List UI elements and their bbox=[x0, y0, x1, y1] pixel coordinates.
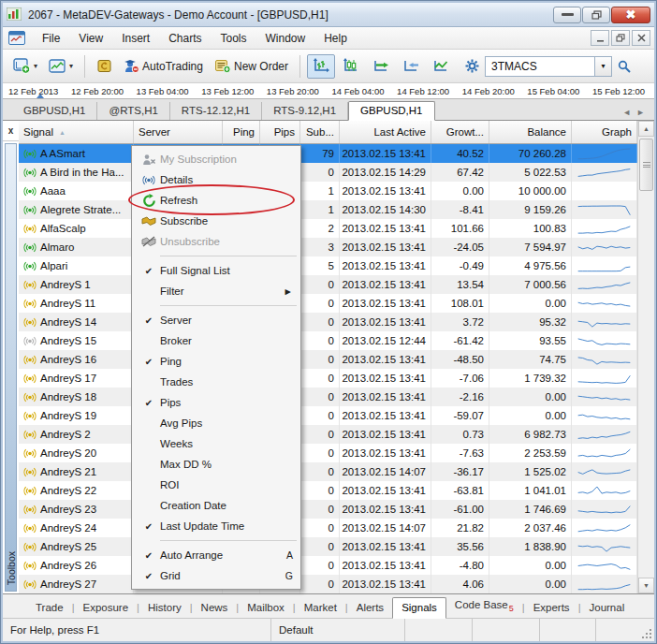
scroll-thumb[interactable] bbox=[639, 139, 653, 191]
context-menu-item-filter[interactable]: Filter► bbox=[132, 281, 300, 301]
history-center-button[interactable] bbox=[92, 54, 117, 79]
context-menu-item-roi[interactable]: ROI bbox=[132, 475, 300, 495]
scroll-down-button[interactable]: ▼ bbox=[638, 578, 654, 593]
table-row[interactable]: A Bird in the Ha...02013.02.15 14:2967.4… bbox=[19, 163, 637, 182]
context-menu-item-avg-pips[interactable]: Avg Pips bbox=[132, 413, 300, 433]
symbol-dropdown-button[interactable]: ▾ bbox=[595, 56, 612, 77]
chart-tab-gbpusd-h1[interactable]: GBPUSD,H1 bbox=[348, 101, 434, 121]
toolbox-tab-journal[interactable]: Journal bbox=[580, 598, 633, 618]
menu-file[interactable]: File bbox=[33, 29, 69, 48]
mdi-minimize-button[interactable] bbox=[591, 30, 609, 46]
close-button[interactable]: ✖ bbox=[611, 7, 650, 23]
context-menu-item-creation-date[interactable]: Creation Date bbox=[132, 495, 300, 516]
column-header-graph[interactable]: Graph bbox=[572, 121, 637, 143]
mdi-close-button[interactable] bbox=[632, 30, 650, 46]
chart-tab-gbpusd-h1[interactable]: GBPUSD,H1 bbox=[12, 102, 97, 120]
profiles-button[interactable]: ▾ bbox=[44, 54, 78, 79]
menu-charts[interactable]: Charts bbox=[159, 29, 211, 48]
tab-scroll-right-icon[interactable]: ► bbox=[636, 108, 645, 117]
table-row[interactable]: Alegrete Strate...12013.02.15 14:30-8.41… bbox=[19, 200, 637, 219]
minimize-button[interactable] bbox=[553, 7, 581, 23]
new-chart-button[interactable]: ▾ bbox=[8, 54, 42, 79]
table-row[interactable]: AndreyS 2202013.02.15 13:41-63.811 041.0… bbox=[19, 481, 637, 500]
chart-tab--rts-h1[interactable]: @RTS,H1 bbox=[97, 102, 169, 120]
toolbox-tab-trade[interactable]: Trade bbox=[27, 598, 72, 618]
table-row[interactable]: AndreyS 1602013.02.15 13:41-48.5074.75 bbox=[19, 350, 637, 369]
search-button[interactable] bbox=[612, 54, 636, 79]
table-row[interactable]: AndreyS 1702013.02.15 13:41-7.061 739.32 bbox=[19, 369, 637, 388]
auto-scroll-button[interactable] bbox=[397, 54, 425, 79]
resize-grip-icon[interactable] bbox=[639, 619, 654, 641]
menu-tools[interactable]: Tools bbox=[212, 29, 256, 48]
column-header-growth[interactable]: Growt... bbox=[431, 121, 489, 143]
context-menu-item-trades[interactable]: Trades bbox=[132, 372, 300, 392]
table-row[interactable]: AndreyS 1102013.02.15 13:41108.010.00 bbox=[19, 294, 637, 313]
column-header-sub[interactable]: Sub... bbox=[300, 121, 340, 143]
context-menu-item-ping[interactable]: ✔Ping bbox=[132, 351, 300, 372]
menu-help[interactable]: Help bbox=[314, 29, 357, 48]
table-row[interactable]: AndreyS 1402013.02.15 13:413.7295.32 bbox=[19, 313, 637, 331]
context-menu-item-auto-arrange[interactable]: ✔Auto ArrangeA bbox=[132, 545, 300, 565]
column-header-ping[interactable]: Ping bbox=[223, 121, 260, 143]
menu-insert[interactable]: Insert bbox=[112, 29, 159, 48]
panel-close-button[interactable]: x bbox=[3, 121, 19, 141]
column-header-signal[interactable]: Signal▲ bbox=[19, 121, 134, 143]
column-header-pips[interactable]: Pips bbox=[260, 121, 300, 143]
table-row[interactable]: AndreyS 1802013.02.15 13:41-2.160.00 bbox=[19, 388, 637, 406]
table-row[interactable]: Aaaa12013.02.15 13:410.0010 000.00 bbox=[19, 182, 637, 200]
toolbox-tab-alerts[interactable]: Alerts bbox=[348, 598, 392, 618]
table-row[interactable]: AndreyS 2002013.02.15 13:41-7.632 253.59 bbox=[19, 444, 637, 462]
mdi-restore-button[interactable] bbox=[611, 30, 630, 46]
table-row[interactable]: AlfaScalp22013.02.15 13:41101.66100.83 bbox=[19, 219, 637, 238]
table-row[interactable]: AndreyS 2402013.02.15 14:0721.822 037.46 bbox=[19, 519, 637, 537]
context-menu-item-details[interactable]: Details bbox=[132, 169, 300, 190]
chart-shift-button[interactable] bbox=[367, 54, 395, 79]
table-row[interactable]: AndreyS 2302013.02.15 13:41-61.001 746.6… bbox=[19, 500, 637, 519]
toolbox-tab-history[interactable]: History bbox=[139, 598, 190, 618]
context-menu-item-pips[interactable]: ✔Pips bbox=[132, 392, 300, 413]
context-menu-item-grid[interactable]: ✔GridG bbox=[132, 565, 300, 586]
restore-button[interactable] bbox=[582, 7, 610, 23]
context-menu-item-subscribe[interactable]: Subscribe bbox=[132, 211, 300, 231]
context-menu-item-max-dd-[interactable]: Max DD % bbox=[132, 454, 300, 475]
chart-tab-rts-12-12-h1[interactable]: RTS-12.12,H1 bbox=[170, 102, 262, 120]
menu-window[interactable]: Window bbox=[256, 29, 315, 48]
chart-tab-rts-9-12-h1[interactable]: RTS-9.12,H1 bbox=[262, 102, 348, 120]
menu-view[interactable]: View bbox=[69, 29, 112, 48]
toolbox-tab-mailbox[interactable]: Mailbox bbox=[239, 598, 293, 618]
bar-chart-mode-button[interactable] bbox=[307, 54, 335, 79]
table-row[interactable]: Alpari52013.02.15 13:41-0.494 975.56 bbox=[19, 256, 637, 275]
scroll-track[interactable] bbox=[638, 137, 654, 578]
table-row[interactable]: A ASmart792013.02.15 13:4140.5270 260.28 bbox=[19, 144, 637, 163]
autotrading-button[interactable]: AutoTrading bbox=[119, 54, 208, 79]
table-row[interactable]: AndreyS 2602013.02.15 13:41-4.800.00 bbox=[19, 556, 637, 575]
table-row[interactable]: AndreyS 202013.02.15 13:410.736 982.73 bbox=[19, 425, 637, 444]
column-header-server[interactable]: Server bbox=[134, 121, 223, 143]
table-row[interactable]: AndreyS 102013.02.15 13:4113.547 000.56 bbox=[19, 275, 637, 294]
toolbox-tab-market[interactable]: Market bbox=[296, 598, 345, 618]
toolbox-tab-exposure[interactable]: Exposure bbox=[74, 598, 137, 618]
vertical-scrollbar[interactable]: ▲ ▼ bbox=[637, 121, 654, 593]
toolbox-tab-signals[interactable]: Signals bbox=[392, 597, 446, 619]
context-menu-item-weeks[interactable]: Weeks bbox=[132, 433, 300, 454]
candlestick-mode-button[interactable] bbox=[337, 54, 365, 79]
context-menu-item-refresh[interactable]: Refresh bbox=[132, 190, 300, 211]
column-header-balance[interactable]: Balance bbox=[489, 121, 572, 143]
toolbox-tab-news[interactable]: News bbox=[193, 598, 237, 618]
context-menu-item-server[interactable]: ✔Server bbox=[132, 310, 300, 330]
table-row[interactable]: AndreyS 2502013.02.15 13:4135.561 838.90 bbox=[19, 537, 637, 556]
new-order-button[interactable]: New Order bbox=[210, 54, 293, 79]
context-menu-item-broker[interactable]: Broker bbox=[132, 330, 300, 351]
context-menu-item-last-update-time[interactable]: ✔Last Update Time bbox=[132, 516, 300, 536]
table-row[interactable]: AndreyS 1902013.02.15 13:41-59.070.00 bbox=[19, 406, 637, 425]
scroll-up-button[interactable]: ▲ bbox=[638, 121, 654, 137]
toolbox-edge[interactable]: Toolbox bbox=[5, 143, 17, 592]
context-menu-item-full-signal-list[interactable]: ✔Full Signal List bbox=[132, 260, 300, 281]
settings-button[interactable] bbox=[460, 54, 485, 79]
toolbox-tab-code-base[interactable]: Code Base5 bbox=[446, 595, 522, 618]
table-row[interactable]: AndreyS 2102013.02.15 14:07-36.171 525.0… bbox=[19, 462, 637, 481]
column-header-last_active[interactable]: Last Active bbox=[340, 121, 431, 143]
tab-scroll-left-icon[interactable]: ◄ bbox=[622, 108, 631, 117]
symbol-input[interactable]: 3TMACS bbox=[485, 56, 595, 77]
toolbox-tab-experts[interactable]: Experts bbox=[525, 598, 578, 618]
